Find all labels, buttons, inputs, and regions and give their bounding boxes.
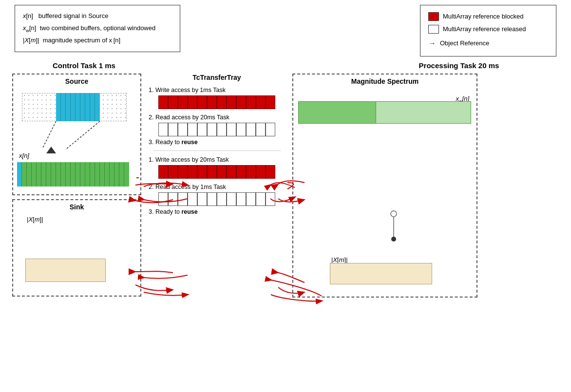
legend-objref-text: Object Reference <box>440 37 489 50</box>
svg-line-0 <box>42 121 56 149</box>
center-title: TcTransferTray <box>192 74 241 81</box>
legend-right-box: MultiArray reference blocked MultiArray … <box>420 5 556 56</box>
legend-blocked-text: MultiArray reference blocked <box>443 10 523 23</box>
legend-red-box <box>428 12 439 21</box>
legend-item-xwn: xw[n] two combined buffers, optional win… <box>23 22 172 35</box>
legend-item-released: MultiArray reference released <box>428 23 548 36</box>
green-bar-source <box>17 162 132 187</box>
right-xm-label: |X[m]| <box>331 256 348 263</box>
sink-xm-label: |X[m]| <box>27 216 43 223</box>
svg-point-3 <box>391 211 397 217</box>
left-column: Source x[n] <box>12 74 141 298</box>
xn-label: x[n] <box>19 152 29 159</box>
legend-item-objref: → Object Reference <box>428 36 548 51</box>
sink-title: Sink <box>16 203 137 211</box>
legend-item-blocked: MultiArray reference blocked <box>428 10 548 23</box>
right-column: Magnitude Spectrum xw[n] |X[m]| <box>292 74 477 298</box>
legend-arrow-icon: → <box>428 36 436 51</box>
legend-xn-text: buffered signal in Source <box>37 12 108 19</box>
svg-line-1 <box>67 121 100 149</box>
source-box: Source x[n] <box>12 74 141 195</box>
center-divider <box>153 150 281 151</box>
main-container: x[n] buffered signal in Source xw[n] two… <box>0 0 571 392</box>
magnitude-title: Magnitude Spectrum <box>296 77 474 85</box>
legend-area: x[n] buffered signal in Source xw[n] two… <box>5 5 566 56</box>
center-step-1b: 1. Write access by 20ms Task <box>146 156 287 163</box>
svg-marker-2 <box>46 147 56 153</box>
legend-Xm-symbol: X <box>24 37 29 44</box>
legend-xwn-text: two combined buffers, optional windowed <box>38 24 155 32</box>
sink-beige-box <box>25 259 106 282</box>
green-bar-right <box>298 101 471 124</box>
task-labels: Control Task 1 ms Processing Task 20 ms <box>5 61 566 70</box>
white-array-2 <box>158 192 275 206</box>
center-step-2b: 2. Read access by 1ms Task <box>146 184 287 190</box>
source-title: Source <box>16 77 137 85</box>
svg-point-5 <box>391 237 396 242</box>
legend-white-box <box>428 25 439 34</box>
control-task-label: Control Task 1 ms <box>53 61 115 70</box>
legend-released-text: MultiArray reference released <box>443 23 526 36</box>
legend-item-Xm: |X[m]| magnitude spectrum of x [n] <box>23 35 172 47</box>
blue-bar-source <box>56 93 100 121</box>
red-array-1 <box>158 95 275 109</box>
processing-task-label: Processing Task 20 ms <box>419 61 499 70</box>
red-array-2 <box>158 165 275 179</box>
center-step-2a: 2. Read access by 20ms Task <box>146 114 287 121</box>
legend-item-xn: x[n] buffered signal in Source <box>23 10 172 22</box>
legend-xn-symbol: x <box>23 12 26 19</box>
center-step-3a: 3. Ready to reuse <box>146 139 287 146</box>
sink-box: Sink |X[m]| <box>12 199 141 297</box>
signal-indicator <box>389 210 399 245</box>
center-column: TcTransferTray 1. Write access by 1ms Ta… <box>141 74 292 298</box>
legend-Xm-text: magnitude spectrum of x [n] <box>41 37 120 44</box>
center-step-3b: 3. Ready to reuse <box>146 208 287 215</box>
white-array-1 <box>158 123 275 136</box>
legend-left-box: x[n] buffered signal in Source xw[n] two… <box>15 5 180 52</box>
legend-xwn-symbol: xw <box>23 24 29 32</box>
center-step-1a: 1. Write access by 1ms Task <box>146 87 287 93</box>
right-beige-box <box>330 263 432 284</box>
